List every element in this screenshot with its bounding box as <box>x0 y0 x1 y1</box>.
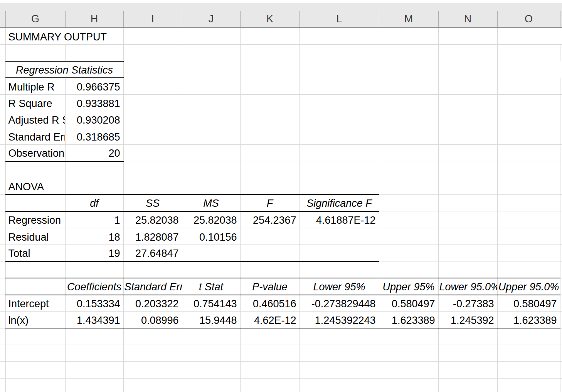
cell-anova-header-ms[interactable]: MS <box>182 194 240 211</box>
cell[interactable] <box>240 61 300 78</box>
cell[interactable] <box>300 362 379 378</box>
cell[interactable] <box>182 261 240 278</box>
cell[interactable] <box>182 44 240 61</box>
cell[interactable] <box>123 94 182 111</box>
cell-intercept-upper-95[interactable]: 0.580497 <box>379 295 438 312</box>
cell-anova-header-significance-f[interactable]: Significance F <box>300 194 379 211</box>
cell-regression-f[interactable]: 254.2367 <box>240 211 300 228</box>
cell[interactable] <box>0 94 5 111</box>
cell[interactable] <box>240 128 300 144</box>
cell[interactable] <box>182 78 240 94</box>
cell-regression-ms[interactable]: 25.82038 <box>182 211 240 228</box>
cell[interactable] <box>5 278 65 295</box>
cell[interactable] <box>560 161 562 178</box>
cell[interactable] <box>300 345 379 362</box>
column-header-h[interactable]: H <box>65 11 123 27</box>
cell[interactable] <box>560 78 562 94</box>
cell[interactable] <box>240 378 300 392</box>
column-resize-handle[interactable] <box>300 11 300 27</box>
cell-anova-title[interactable]: ANOVA <box>5 178 65 194</box>
cell[interactable] <box>438 245 497 261</box>
cell-regression-row-label[interactable]: Regression <box>5 211 65 228</box>
cell[interactable] <box>497 44 560 61</box>
cell[interactable] <box>0 161 5 178</box>
cell[interactable] <box>497 28 560 44</box>
cell[interactable] <box>379 245 438 261</box>
cell[interactable] <box>240 228 300 245</box>
cell[interactable] <box>123 28 182 44</box>
cell[interactable] <box>123 261 182 278</box>
cell[interactable] <box>300 245 379 261</box>
cell[interactable] <box>497 78 560 94</box>
cell[interactable] <box>438 44 497 61</box>
cell[interactable] <box>182 144 240 161</box>
cell[interactable] <box>497 144 560 161</box>
cell[interactable] <box>65 261 123 278</box>
cell[interactable] <box>5 345 65 362</box>
cell[interactable] <box>123 161 182 178</box>
cell[interactable] <box>438 362 497 378</box>
cell[interactable] <box>379 61 438 78</box>
cell-total-df[interactable]: 19 <box>65 245 123 261</box>
cell[interactable] <box>560 328 562 345</box>
cell-coef-header-t-stat[interactable]: t Stat <box>182 278 240 295</box>
cell[interactable] <box>497 245 560 261</box>
cell[interactable] <box>240 78 300 94</box>
cell[interactable] <box>300 328 379 345</box>
cell[interactable] <box>0 44 5 61</box>
cell[interactable] <box>0 194 5 211</box>
cell[interactable] <box>438 78 497 94</box>
cell[interactable] <box>123 328 182 345</box>
cell[interactable] <box>497 228 560 245</box>
cell[interactable] <box>379 228 438 245</box>
column-resize-handle[interactable] <box>5 11 6 27</box>
cell-regression-ss[interactable]: 25.82038 <box>123 211 182 228</box>
cell[interactable] <box>300 78 379 94</box>
cell[interactable] <box>438 194 497 211</box>
cell-intercept-lower-95[interactable]: -0.273829448 <box>300 295 379 312</box>
cell[interactable] <box>123 178 182 194</box>
cell-lnx-label[interactable]: ln(x) <box>5 312 65 328</box>
cell-r-square-label[interactable]: R Square <box>5 94 65 111</box>
cell[interactable] <box>379 28 438 44</box>
column-header-g[interactable]: G <box>5 11 65 27</box>
cell[interactable] <box>560 345 562 362</box>
cell[interactable] <box>560 378 562 392</box>
cell-coef-header-lower-95[interactable]: Lower 95% <box>300 278 379 295</box>
column-resize-handle[interactable] <box>65 11 66 27</box>
column-header-o[interactable]: O <box>497 11 560 27</box>
cell-intercept-p-value[interactable]: 0.460516 <box>240 295 300 312</box>
column-resize-handle[interactable] <box>497 11 498 27</box>
cell-intercept-se[interactable]: 0.203322 <box>123 295 182 312</box>
cell[interactable] <box>497 362 560 378</box>
cell[interactable] <box>65 345 123 362</box>
cell[interactable] <box>0 211 5 228</box>
cell[interactable] <box>182 111 240 128</box>
cell[interactable] <box>497 211 560 228</box>
cell-lnx-t-stat[interactable]: 15.9448 <box>182 312 240 328</box>
cell[interactable] <box>5 161 65 178</box>
cell[interactable] <box>0 228 5 245</box>
cell-intercept-label[interactable]: Intercept <box>5 295 65 312</box>
cell[interactable] <box>560 128 562 144</box>
column-resize-handle[interactable] <box>560 11 560 27</box>
cell[interactable] <box>65 328 123 345</box>
cell[interactable] <box>240 28 300 44</box>
cell[interactable] <box>123 345 182 362</box>
cell[interactable] <box>0 312 5 328</box>
cell-observations-label[interactable]: Observations <box>5 144 65 161</box>
cell-regression-statistics-header[interactable]: Regression Statistics <box>5 61 123 78</box>
cell[interactable] <box>5 378 65 392</box>
cell[interactable] <box>123 44 182 61</box>
cell[interactable] <box>65 44 123 61</box>
cell[interactable] <box>300 128 379 144</box>
cell[interactable] <box>65 161 123 178</box>
cell-lnx-upper-95-0[interactable]: 1.623389 <box>497 312 560 328</box>
cell-lnx-lower-95-0[interactable]: 1.245392 <box>438 312 497 328</box>
cell[interactable] <box>379 144 438 161</box>
cell[interactable] <box>123 128 182 144</box>
cell[interactable] <box>560 228 562 245</box>
cell-residual-df[interactable]: 18 <box>65 228 123 245</box>
cell[interactable] <box>560 295 562 312</box>
cell[interactable] <box>497 378 560 392</box>
